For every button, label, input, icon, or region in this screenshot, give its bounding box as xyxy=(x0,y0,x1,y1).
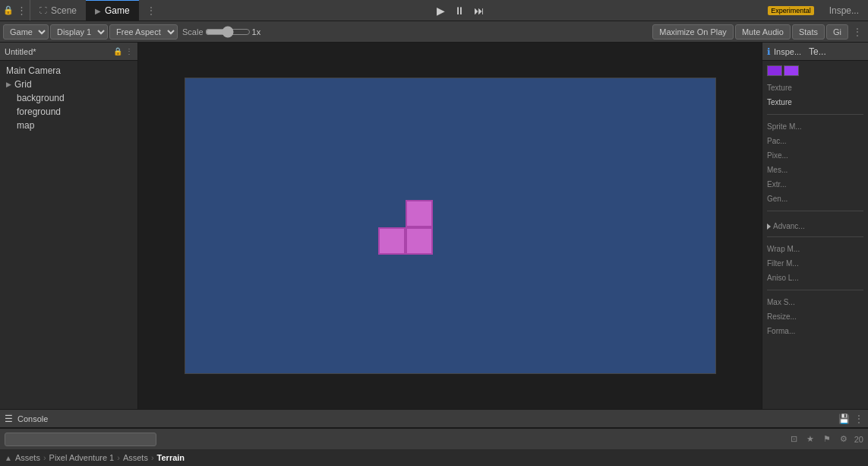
wrap-mode-row: Wrap M... xyxy=(767,243,863,255)
foreground-label: foreground xyxy=(17,106,61,117)
grid-label: Grid xyxy=(14,79,32,90)
aspect-dropdown[interactable]: Free Aspect xyxy=(109,24,178,40)
pause-button[interactable]: ⏸ xyxy=(451,3,468,18)
breadcrumb-arrow-2: › xyxy=(117,453,120,462)
tabs-more-button[interactable]: ⋮ xyxy=(139,5,163,16)
max-size-label: Max S... xyxy=(767,298,795,306)
packing-tag-label: Pac... xyxy=(767,137,787,145)
advanced-expand-icon xyxy=(767,223,771,230)
mute-audio-button[interactable]: Mute Audio xyxy=(735,24,791,40)
tetris-block-2 xyxy=(378,227,406,255)
tab-scene[interactable]: ⛶ Scene xyxy=(30,0,86,21)
left-panel: Untitled* 🔒 ⋮ Main Camera ▶ Grid backgro… xyxy=(0,43,138,409)
maximize-on-play-button[interactable]: Maximize On Play xyxy=(652,24,734,40)
console-more-icon[interactable]: ⋮ xyxy=(854,414,863,424)
divider-4 xyxy=(767,290,863,290)
gen-row: Gen... xyxy=(767,193,863,204)
breadcrumb-assets[interactable]: Assets xyxy=(15,453,40,462)
hierarchy-item-foreground[interactable]: foreground xyxy=(0,105,137,119)
inspector-header: ℹ Inspe... Te... xyxy=(762,43,868,61)
favorite-icon[interactable]: ★ xyxy=(804,433,816,445)
advanced-section: Advanc... xyxy=(767,222,863,230)
step-button[interactable]: ⏭ xyxy=(471,3,488,18)
tab-game[interactable]: ▶ Game xyxy=(86,0,139,21)
hierarchy-header: Untitled* 🔒 ⋮ xyxy=(0,43,137,61)
hierarchy-item-map[interactable]: map xyxy=(0,119,137,132)
hierarchy-item-grid[interactable]: ▶ Grid xyxy=(0,78,137,91)
inspector-tab[interactable]: Inspe... xyxy=(820,0,868,21)
breadcrumb-pixel-adventure[interactable]: Pixel Adventure 1 xyxy=(49,453,115,462)
texture-swatch-1 xyxy=(767,65,782,76)
hierarchy-item-background[interactable]: background xyxy=(0,91,137,105)
bottom-panel-icon: ▲ xyxy=(5,454,12,462)
right-panel: ℹ Inspe... Te... Texture Texture Sprite … xyxy=(762,43,868,409)
gi-button[interactable]: Gi xyxy=(826,24,848,40)
divider-3 xyxy=(767,236,863,237)
sprite-mode-label: Sprite M... xyxy=(767,122,802,131)
game-tab-icon: ▶ xyxy=(95,7,101,15)
hierarchy-more-icon[interactable]: ⋮ xyxy=(17,5,27,16)
main-content: Untitled* 🔒 ⋮ Main Camera ▶ Grid backgro… xyxy=(0,43,868,409)
pixel-row: Pixe... xyxy=(767,150,863,161)
play-button[interactable]: ▶ xyxy=(434,3,448,18)
max-size-row: Max S... xyxy=(767,296,863,308)
asset-bar-right: ⊡ ★ ⚑ ⚙ 20 xyxy=(788,433,863,445)
toolbar-more-icon[interactable]: ⋮ xyxy=(850,27,865,37)
resize-row: Resize... xyxy=(767,311,863,322)
scale-label: Scale xyxy=(182,27,204,36)
texture-label: Texture xyxy=(767,84,792,92)
game-tab-label: Game xyxy=(105,5,130,16)
save-to-search-icon[interactable]: ⊡ xyxy=(788,433,800,445)
zoom-value: 20 xyxy=(854,435,863,444)
background-label: background xyxy=(17,93,65,103)
flag-icon[interactable]: ⚑ xyxy=(821,433,833,445)
hierarchy-item-main-camera[interactable]: Main Camera xyxy=(0,64,137,78)
hierarchy-lock-icon[interactable]: 🔒 xyxy=(113,47,122,55)
packing-tag-row: Pac... xyxy=(767,135,863,147)
texture-value-row: Texture xyxy=(767,97,863,108)
divider-1 xyxy=(767,114,863,115)
extrude-label: Extr... xyxy=(767,180,787,189)
scene-tab-label: Scene xyxy=(51,5,77,16)
aniso-row: Aniso L... xyxy=(767,272,863,284)
breadcrumb-assets-2[interactable]: Assets xyxy=(123,453,148,462)
filter-icon[interactable]: ⚙ xyxy=(838,433,850,445)
main-camera-label: Main Camera xyxy=(6,65,61,76)
filter-mode-label: Filter M... xyxy=(767,259,799,268)
texture-swatch-2 xyxy=(784,65,799,76)
game-viewport xyxy=(138,43,762,409)
hierarchy-more-btn[interactable]: ⋮ xyxy=(125,47,133,55)
resize-label: Resize... xyxy=(767,312,797,321)
texture-type-row: Texture xyxy=(767,82,863,94)
asset-search-input[interactable] xyxy=(5,433,156,446)
texture-value: Texture xyxy=(767,98,792,106)
mesh-row: Mes... xyxy=(767,164,863,176)
display-dropdown[interactable]: Display 1 xyxy=(50,24,108,40)
experimental-badge: Experimental xyxy=(759,6,820,15)
advanced-label: Advanc... xyxy=(773,222,805,230)
lock-icon[interactable]: 🔒 xyxy=(3,5,14,15)
divider-2 xyxy=(767,211,863,211)
info-icon: ℹ xyxy=(767,46,771,57)
game-dropdown[interactable]: Game xyxy=(3,24,49,40)
console-icons: 💾 ⋮ xyxy=(838,414,863,424)
scale-slider[interactable] xyxy=(205,26,251,38)
top-tab-bar: 🔒 ⋮ ⛶ Scene ▶ Game ⋮ ▶ ⏸ ⏭ Experimental … xyxy=(0,0,868,21)
console-save-icon[interactable]: 💾 xyxy=(838,414,850,424)
filter-mode-row: Filter M... xyxy=(767,258,863,269)
map-label: map xyxy=(17,120,34,131)
stats-button[interactable]: Stats xyxy=(792,24,825,40)
wrap-mode-label: Wrap M... xyxy=(767,245,800,253)
hierarchy-panel-icons: 🔒 ⋮ xyxy=(113,47,133,55)
sprite-mode-row: Sprite M... xyxy=(767,121,863,132)
texture-preview-area xyxy=(767,65,863,76)
tetris-block-1 xyxy=(406,200,433,227)
game-toolbar: Game Display 1 Free Aspect Scale 1x Maxi… xyxy=(0,21,868,43)
play-controls: ▶ ⏸ ⏭ xyxy=(426,3,495,18)
scale-value: 1x xyxy=(252,27,261,36)
inspector-secondary-tab[interactable]: Te... xyxy=(809,46,826,57)
gen-label: Gen... xyxy=(767,195,788,203)
breadcrumb-bar: ▲ Assets › Pixel Adventure 1 › Assets › … xyxy=(0,449,868,466)
inspector-tab-label[interactable]: Inspe... xyxy=(774,47,801,56)
hierarchy-list: Main Camera ▶ Grid background foreground… xyxy=(0,61,137,135)
